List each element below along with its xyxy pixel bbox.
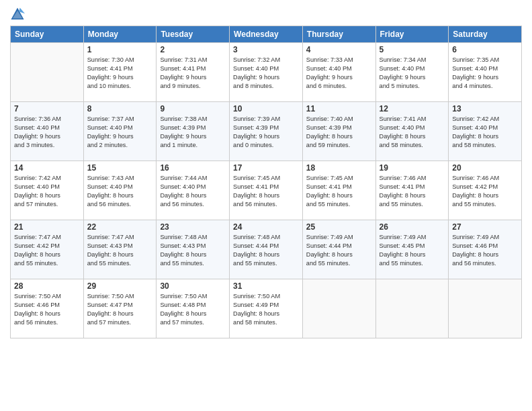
calendar-day-cell xyxy=(375,279,449,338)
calendar-day-cell: 3Sunrise: 7:32 AM Sunset: 4:40 PM Daylig… xyxy=(230,43,303,102)
calendar-day-cell: 5Sunrise: 7:34 AM Sunset: 4:40 PM Daylig… xyxy=(375,43,449,102)
calendar-week-row: 1Sunrise: 7:30 AM Sunset: 4:41 PM Daylig… xyxy=(11,43,522,102)
logo-icon xyxy=(10,7,25,21)
calendar-week-row: 21Sunrise: 7:47 AM Sunset: 4:42 PM Dayli… xyxy=(11,220,522,279)
day-info: Sunrise: 7:37 AM Sunset: 4:40 PM Dayligh… xyxy=(87,115,153,150)
calendar-day-cell: 14Sunrise: 7:42 AM Sunset: 4:40 PM Dayli… xyxy=(11,161,84,220)
day-number: 28 xyxy=(14,281,80,291)
day-number: 18 xyxy=(306,163,372,173)
calendar-day-header: Wednesday xyxy=(230,26,303,43)
day-number: 23 xyxy=(160,222,226,232)
day-number: 10 xyxy=(233,104,299,113)
calendar-day-cell: 12Sunrise: 7:41 AM Sunset: 4:40 PM Dayli… xyxy=(375,102,449,161)
day-info: Sunrise: 7:49 AM Sunset: 4:46 PM Dayligh… xyxy=(452,233,518,268)
day-number: 27 xyxy=(452,222,518,232)
day-number: 9 xyxy=(160,104,226,113)
page-container: SundayMondayTuesdayWednesdayThursdayFrid… xyxy=(0,0,532,345)
day-number: 8 xyxy=(87,104,153,113)
day-number: 7 xyxy=(14,104,80,113)
day-info: Sunrise: 7:44 AM Sunset: 4:40 PM Dayligh… xyxy=(160,174,226,209)
calendar-day-cell: 4Sunrise: 7:33 AM Sunset: 4:40 PM Daylig… xyxy=(302,43,375,102)
day-info: Sunrise: 7:32 AM Sunset: 4:40 PM Dayligh… xyxy=(233,56,299,91)
logo xyxy=(10,7,26,21)
day-number: 30 xyxy=(160,281,226,291)
calendar-day-header: Friday xyxy=(375,26,449,43)
day-info: Sunrise: 7:47 AM Sunset: 4:42 PM Dayligh… xyxy=(14,233,80,268)
day-info: Sunrise: 7:50 AM Sunset: 4:46 PM Dayligh… xyxy=(14,292,80,327)
day-info: Sunrise: 7:41 AM Sunset: 4:40 PM Dayligh… xyxy=(380,115,445,150)
calendar-day-cell: 30Sunrise: 7:50 AM Sunset: 4:48 PM Dayli… xyxy=(157,279,230,338)
calendar-day-cell: 7Sunrise: 7:36 AM Sunset: 4:40 PM Daylig… xyxy=(11,102,84,161)
day-number: 17 xyxy=(233,163,299,173)
calendar-day-header: Saturday xyxy=(449,26,522,43)
calendar-day-cell: 9Sunrise: 7:38 AM Sunset: 4:39 PM Daylig… xyxy=(157,102,230,161)
calendar-day-cell: 24Sunrise: 7:48 AM Sunset: 4:44 PM Dayli… xyxy=(230,220,303,279)
calendar-day-header: Tuesday xyxy=(157,26,230,43)
day-info: Sunrise: 7:50 AM Sunset: 4:49 PM Dayligh… xyxy=(233,292,299,327)
header xyxy=(10,7,522,21)
day-number: 20 xyxy=(452,163,518,173)
day-info: Sunrise: 7:38 AM Sunset: 4:39 PM Dayligh… xyxy=(160,115,226,150)
calendar-header-row: SundayMondayTuesdayWednesdayThursdayFrid… xyxy=(11,26,522,43)
day-number: 19 xyxy=(380,163,445,173)
calendar-day-cell: 23Sunrise: 7:48 AM Sunset: 4:43 PM Dayli… xyxy=(157,220,230,279)
day-info: Sunrise: 7:43 AM Sunset: 4:40 PM Dayligh… xyxy=(87,174,153,209)
calendar-day-cell: 18Sunrise: 7:45 AM Sunset: 4:41 PM Dayli… xyxy=(302,161,375,220)
day-info: Sunrise: 7:49 AM Sunset: 4:44 PM Dayligh… xyxy=(306,233,372,268)
calendar-day-cell xyxy=(449,279,522,338)
day-number: 26 xyxy=(380,222,445,232)
calendar-day-cell: 10Sunrise: 7:39 AM Sunset: 4:39 PM Dayli… xyxy=(230,102,303,161)
calendar-day-cell xyxy=(11,43,84,102)
calendar-week-row: 7Sunrise: 7:36 AM Sunset: 4:40 PM Daylig… xyxy=(11,102,522,161)
day-info: Sunrise: 7:42 AM Sunset: 4:40 PM Dayligh… xyxy=(14,174,80,209)
day-number: 22 xyxy=(87,222,153,232)
day-number: 13 xyxy=(452,104,518,113)
day-info: Sunrise: 7:47 AM Sunset: 4:43 PM Dayligh… xyxy=(87,233,153,268)
calendar-day-cell: 15Sunrise: 7:43 AM Sunset: 4:40 PM Dayli… xyxy=(83,161,157,220)
calendar-week-row: 14Sunrise: 7:42 AM Sunset: 4:40 PM Dayli… xyxy=(11,161,522,220)
day-info: Sunrise: 7:46 AM Sunset: 4:41 PM Dayligh… xyxy=(380,174,445,209)
day-info: Sunrise: 7:33 AM Sunset: 4:40 PM Dayligh… xyxy=(306,56,372,91)
day-number: 14 xyxy=(14,163,80,173)
day-info: Sunrise: 7:49 AM Sunset: 4:45 PM Dayligh… xyxy=(380,233,445,268)
calendar-day-cell: 21Sunrise: 7:47 AM Sunset: 4:42 PM Dayli… xyxy=(11,220,84,279)
calendar-day-cell: 26Sunrise: 7:49 AM Sunset: 4:45 PM Dayli… xyxy=(375,220,449,279)
calendar-day-cell: 13Sunrise: 7:42 AM Sunset: 4:40 PM Dayli… xyxy=(449,102,522,161)
day-number: 2 xyxy=(160,45,226,54)
calendar-day-header: Thursday xyxy=(302,26,375,43)
day-number: 24 xyxy=(233,222,299,232)
calendar-day-cell: 1Sunrise: 7:30 AM Sunset: 4:41 PM Daylig… xyxy=(83,43,157,102)
day-number: 25 xyxy=(306,222,372,232)
calendar-day-cell: 6Sunrise: 7:35 AM Sunset: 4:40 PM Daylig… xyxy=(449,43,522,102)
day-info: Sunrise: 7:40 AM Sunset: 4:39 PM Dayligh… xyxy=(306,115,372,150)
day-number: 16 xyxy=(160,163,226,173)
calendar-day-cell: 11Sunrise: 7:40 AM Sunset: 4:39 PM Dayli… xyxy=(302,102,375,161)
calendar-day-cell: 19Sunrise: 7:46 AM Sunset: 4:41 PM Dayli… xyxy=(375,161,449,220)
day-info: Sunrise: 7:31 AM Sunset: 4:41 PM Dayligh… xyxy=(160,56,226,91)
calendar-day-cell: 28Sunrise: 7:50 AM Sunset: 4:46 PM Dayli… xyxy=(11,279,84,338)
day-number: 31 xyxy=(233,281,299,291)
day-number: 1 xyxy=(87,45,153,54)
calendar-day-cell: 16Sunrise: 7:44 AM Sunset: 4:40 PM Dayli… xyxy=(157,161,230,220)
calendar-day-header: Sunday xyxy=(11,26,84,43)
calendar-day-cell: 22Sunrise: 7:47 AM Sunset: 4:43 PM Dayli… xyxy=(83,220,157,279)
calendar-day-cell: 2Sunrise: 7:31 AM Sunset: 4:41 PM Daylig… xyxy=(157,43,230,102)
day-info: Sunrise: 7:50 AM Sunset: 4:48 PM Dayligh… xyxy=(160,292,226,327)
day-number: 6 xyxy=(452,45,518,54)
calendar-day-cell: 17Sunrise: 7:45 AM Sunset: 4:41 PM Dayli… xyxy=(230,161,303,220)
day-number: 3 xyxy=(233,45,299,54)
day-number: 5 xyxy=(380,45,445,54)
day-info: Sunrise: 7:39 AM Sunset: 4:39 PM Dayligh… xyxy=(233,115,299,150)
calendar-day-cell: 25Sunrise: 7:49 AM Sunset: 4:44 PM Dayli… xyxy=(302,220,375,279)
day-info: Sunrise: 7:35 AM Sunset: 4:40 PM Dayligh… xyxy=(452,56,518,91)
calendar-day-cell xyxy=(302,279,375,338)
day-info: Sunrise: 7:46 AM Sunset: 4:42 PM Dayligh… xyxy=(452,174,518,209)
day-info: Sunrise: 7:36 AM Sunset: 4:40 PM Dayligh… xyxy=(14,115,80,150)
day-info: Sunrise: 7:50 AM Sunset: 4:47 PM Dayligh… xyxy=(87,292,153,327)
calendar-day-cell: 31Sunrise: 7:50 AM Sunset: 4:49 PM Dayli… xyxy=(230,279,303,338)
calendar-day-cell: 8Sunrise: 7:37 AM Sunset: 4:40 PM Daylig… xyxy=(83,102,157,161)
calendar: SundayMondayTuesdayWednesdayThursdayFrid… xyxy=(10,26,522,338)
day-number: 4 xyxy=(306,45,372,54)
calendar-day-cell: 27Sunrise: 7:49 AM Sunset: 4:46 PM Dayli… xyxy=(449,220,522,279)
day-info: Sunrise: 7:48 AM Sunset: 4:43 PM Dayligh… xyxy=(160,233,226,268)
